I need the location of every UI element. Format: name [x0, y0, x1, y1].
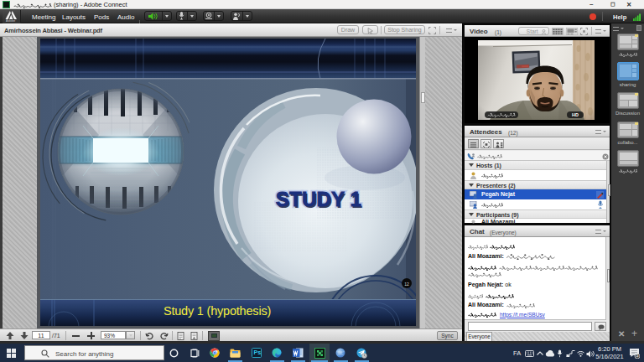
svg-text:STUDY 1: STUDY 1: [276, 188, 361, 210]
svg-text:12: 12: [404, 282, 409, 287]
svg-text:S: S: [636, 354, 638, 358]
svg-text:HD: HD: [572, 112, 579, 117]
svg-text:Study 1 (hypothesis): Study 1 (hypothesis): [164, 304, 271, 318]
